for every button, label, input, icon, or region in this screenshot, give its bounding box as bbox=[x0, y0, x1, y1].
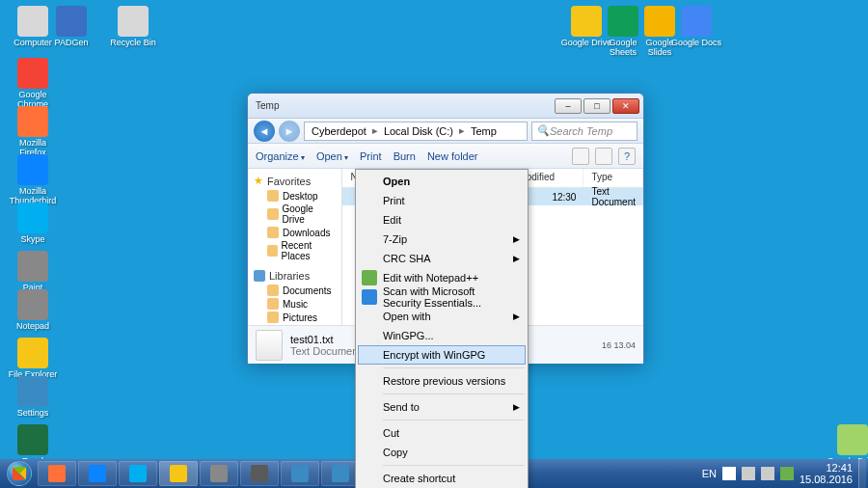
context-menu: OpenPrintEdit7-Zip▶CRC SHA▶Edit with Not… bbox=[355, 169, 529, 488]
close-button[interactable]: ✕ bbox=[612, 98, 639, 114]
network-icon[interactable] bbox=[742, 467, 755, 480]
nav-item[interactable]: Downloads bbox=[250, 226, 339, 239]
menu-separator bbox=[383, 465, 525, 466]
desktop-icon[interactable]: Paint bbox=[6, 251, 60, 293]
folder-icon bbox=[267, 227, 279, 238]
desktop-icon[interactable]: Skype bbox=[6, 203, 60, 245]
help-button[interactable]: ? bbox=[618, 148, 636, 165]
menu-item[interactable]: Restore previous versions bbox=[358, 371, 526, 391]
breadcrumb[interactable]: Cyberdepot▸ Local Disk (C:)▸ Temp bbox=[304, 122, 528, 141]
menu-item[interactable]: Cut bbox=[358, 423, 526, 443]
folder-icon bbox=[267, 208, 279, 220]
app-icon bbox=[17, 289, 48, 320]
back-button[interactable]: ◄ bbox=[254, 121, 275, 142]
app5-icon bbox=[210, 465, 228, 482]
chevron-right-icon: ▶ bbox=[513, 234, 520, 244]
menu-item[interactable]: 7-Zip▶ bbox=[358, 230, 526, 249]
thunderbird-icon bbox=[89, 465, 106, 482]
skype-icon bbox=[129, 465, 147, 482]
view-button[interactable] bbox=[572, 148, 589, 165]
nav-item[interactable]: Pictures bbox=[250, 311, 339, 324]
search-icon: 🔍 bbox=[536, 124, 550, 137]
nav-item[interactable]: Recent Places bbox=[250, 239, 339, 262]
details-filetype: Text Document bbox=[290, 345, 361, 357]
desktop-icon[interactable]: PADGen bbox=[44, 6, 98, 48]
search-input[interactable]: 🔍 Search Temp bbox=[531, 122, 637, 141]
chevron-right-icon: ▶ bbox=[513, 402, 520, 412]
app-icon bbox=[837, 424, 868, 455]
taskbar-app-explorer[interactable] bbox=[159, 461, 198, 486]
print-button[interactable]: Print bbox=[360, 150, 382, 162]
start-button[interactable] bbox=[2, 459, 37, 488]
menu-item[interactable]: Send to▶ bbox=[358, 397, 526, 417]
window-title: Temp bbox=[252, 100, 555, 111]
app-icon bbox=[17, 251, 48, 282]
menu-item[interactable]: Print bbox=[358, 191, 526, 210]
app-icon bbox=[56, 6, 87, 37]
toolbar: Organize Open Print Burn New folder ? bbox=[248, 144, 643, 169]
menu-separator bbox=[383, 367, 525, 368]
nav-favorites-header[interactable]: ★Favorites bbox=[250, 173, 339, 189]
folder-icon bbox=[267, 285, 279, 296]
details-filename: test01.txt bbox=[290, 334, 361, 345]
nav-item[interactable]: Desktop bbox=[250, 189, 339, 203]
desktop-icon[interactable]: File Explorer bbox=[6, 338, 60, 380]
taskbar-app-skype[interactable] bbox=[119, 461, 157, 486]
taskbar-app-firefox[interactable] bbox=[38, 461, 76, 486]
clock[interactable]: 12:41 15.08.2016 bbox=[800, 462, 853, 485]
taskbar-app-app8[interactable] bbox=[321, 461, 360, 486]
app-icon bbox=[17, 203, 48, 233]
forward-button[interactable]: ► bbox=[279, 121, 300, 142]
taskbar-app-app6[interactable] bbox=[240, 461, 279, 486]
app7-icon bbox=[291, 465, 309, 482]
menu-icon bbox=[362, 289, 377, 305]
firefox-icon bbox=[48, 465, 66, 482]
app-icon bbox=[118, 6, 149, 37]
menu-item[interactable]: Create shortcut bbox=[358, 469, 526, 488]
new-folder-button[interactable]: New folder bbox=[427, 150, 478, 162]
menu-item[interactable]: Scan with Microsoft Security Essentials.… bbox=[358, 287, 526, 307]
folder-icon bbox=[267, 190, 279, 202]
minimize-button[interactable]: – bbox=[555, 98, 582, 114]
preview-pane-button[interactable] bbox=[595, 148, 612, 165]
organize-button[interactable]: Organize bbox=[256, 150, 305, 162]
menu-item[interactable]: Open bbox=[358, 172, 526, 191]
desktop-icon[interactable]: Mozilla Thunderbird bbox=[6, 154, 60, 206]
language-indicator[interactable]: EN bbox=[702, 468, 717, 479]
titlebar[interactable]: Temp – □ ✕ bbox=[248, 94, 643, 119]
nav-item[interactable]: Music bbox=[250, 297, 339, 311]
show-desktop-button[interactable] bbox=[858, 459, 866, 488]
desktop-icon[interactable]: Recycle Bin bbox=[106, 6, 160, 48]
menu-item[interactable]: Copy bbox=[358, 443, 526, 462]
desktop-icon[interactable]: Mozilla Firefox bbox=[6, 106, 60, 158]
desktop-icon[interactable]: Settings bbox=[6, 376, 60, 419]
menu-item[interactable]: Encrypt with WinGPG bbox=[358, 345, 526, 365]
nav-item[interactable]: Google Drive bbox=[250, 203, 339, 226]
menu-item[interactable]: Edit with Notepad++ bbox=[358, 268, 526, 287]
folder-icon bbox=[267, 312, 279, 323]
speaker-icon[interactable] bbox=[761, 467, 774, 480]
nav-libraries-header[interactable]: Libraries bbox=[250, 268, 339, 284]
desktop-icon[interactable]: Google Chrome bbox=[6, 58, 60, 110]
flag-icon[interactable] bbox=[722, 467, 736, 480]
taskbar-app-app5[interactable] bbox=[200, 461, 238, 486]
maximize-button[interactable]: □ bbox=[583, 98, 610, 114]
burn-button[interactable]: Burn bbox=[393, 150, 416, 162]
menu-icon bbox=[362, 270, 377, 285]
open-button[interactable]: Open bbox=[316, 150, 348, 162]
menu-item[interactable]: WinGPG... bbox=[358, 326, 526, 345]
menu-item[interactable]: CRC SHA▶ bbox=[358, 249, 526, 268]
nav-item[interactable]: Documents bbox=[250, 284, 339, 297]
taskbar-app-app7[interactable] bbox=[281, 461, 319, 486]
app6-icon bbox=[251, 465, 268, 482]
desktop-icon[interactable]: Google Docs bbox=[669, 6, 723, 48]
menu-item[interactable]: Open with▶ bbox=[358, 307, 526, 326]
menu-item[interactable]: Edit bbox=[358, 210, 526, 230]
system-tray[interactable]: EN 12:41 15.08.2016 bbox=[696, 462, 858, 485]
taskbar-app-thunderbird[interactable] bbox=[78, 461, 117, 486]
action-center-icon[interactable] bbox=[780, 467, 794, 480]
desktop-icon[interactable]: Notepad bbox=[6, 289, 60, 332]
nav-pane: ★Favorites DesktopGoogle DriveDownloadsR… bbox=[248, 169, 342, 325]
nav-item[interactable]: Videos bbox=[250, 324, 339, 325]
app8-icon bbox=[332, 465, 349, 482]
